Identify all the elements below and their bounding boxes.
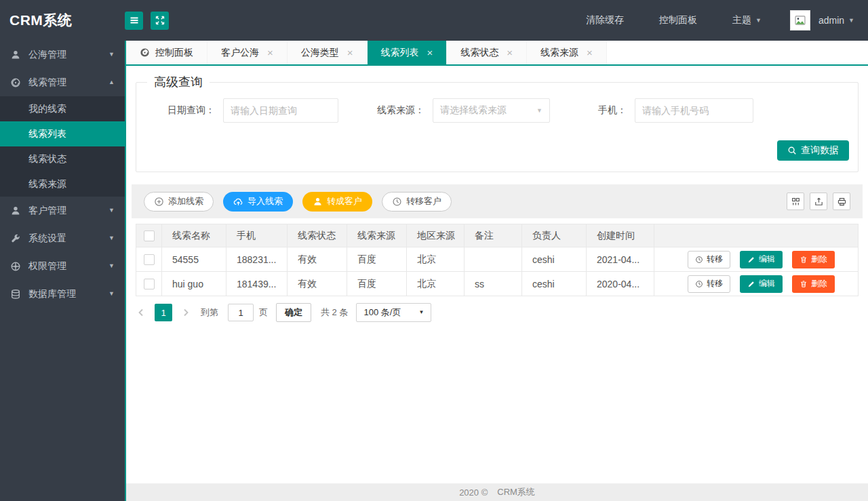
- caret-down-icon: ▼: [108, 263, 115, 269]
- columns-icon: [791, 197, 801, 207]
- row-delete-button[interactable]: 删除: [792, 275, 835, 293]
- fullscreen-button[interactable]: [151, 12, 169, 30]
- leads-table: 线索名称 手机 线索状态 线索来源 地区来源 备注 负责人 创建时间 545: [136, 224, 859, 296]
- prev-page-icon[interactable]: [136, 307, 146, 318]
- caret-up-icon: ▲: [108, 79, 115, 85]
- caret-down-icon: ▼: [536, 108, 542, 114]
- cell-region: 北京: [407, 272, 465, 296]
- select-all-checkbox[interactable]: [144, 231, 155, 241]
- cell-note: ss: [465, 272, 522, 296]
- goto-confirm-button[interactable]: 确定: [276, 303, 311, 322]
- row-delete-button[interactable]: 删除: [792, 251, 835, 268]
- phone-label: 手机：: [598, 104, 627, 117]
- lead-source-select[interactable]: 请选择线索来源 ▼: [433, 98, 550, 123]
- user-menu[interactable]: admin▼: [818, 15, 854, 26]
- row-checkbox[interactable]: [144, 254, 155, 265]
- user-icon: [10, 205, 21, 216]
- tab-lead-source[interactable]: 线索来源 ×: [527, 41, 607, 64]
- close-icon[interactable]: ×: [427, 47, 433, 58]
- row-transfer-button[interactable]: 转移: [688, 251, 730, 268]
- crm-app: CRM系统 清除缓存 控制面板 主题▼ admin▼ 公海管理 ▼ 线索管理 ▲…: [0, 0, 868, 501]
- goto-prefix-label: 到第: [201, 306, 218, 319]
- col-header-phone: 手机: [226, 224, 288, 247]
- tab-customer-pool[interactable]: 客户公海 ×: [208, 41, 288, 64]
- cell-status: 有效: [288, 272, 347, 296]
- sidebar: 公海管理 ▼ 线索管理 ▲ 我的线索 线索列表 线索状态 线索来源 客户管理 ▼…: [0, 41, 126, 501]
- import-leads-button[interactable]: 导入线索: [223, 192, 293, 212]
- row-checkbox[interactable]: [144, 279, 155, 289]
- query-legend: 高级查询: [147, 74, 210, 90]
- sidebar-subitem-lead-source[interactable]: 线索来源: [0, 172, 125, 197]
- clock-icon: [695, 280, 703, 288]
- total-count-label: 共 2 条: [321, 306, 348, 319]
- sidebar-item-gonghai[interactable]: 公海管理 ▼: [0, 41, 125, 68]
- tab-pool-type[interactable]: 公海类型 ×: [288, 41, 368, 64]
- close-icon[interactable]: ×: [347, 47, 353, 58]
- row-edit-button[interactable]: 编辑: [740, 275, 783, 293]
- sidebar-subitem-my-leads[interactable]: 我的线索: [0, 96, 125, 121]
- sidebar-subitem-lead-status[interactable]: 线索状态: [0, 146, 125, 172]
- convert-customer-button[interactable]: 转成客户: [302, 192, 372, 212]
- fullscreen-icon: [155, 15, 165, 26]
- cell-source: 百度: [347, 272, 407, 296]
- export-button[interactable]: [810, 193, 827, 210]
- row-edit-button[interactable]: 编辑: [740, 251, 783, 268]
- sidebar-item-database[interactable]: 数据库管理 ▼: [0, 280, 125, 308]
- next-page-icon[interactable]: [180, 307, 191, 318]
- cell-owner: ceshi: [522, 247, 587, 272]
- tab-control-panel[interactable]: 控制面板: [126, 41, 208, 64]
- control-panel-link[interactable]: 控制面板: [642, 14, 715, 26]
- phone-input[interactable]: [635, 98, 753, 123]
- cell-created: 2020-04...: [587, 272, 654, 296]
- theme-dropdown[interactable]: 主题▼: [715, 14, 779, 26]
- add-lead-button[interactable]: 添加线索: [144, 192, 214, 212]
- tab-lead-list[interactable]: 线索列表 ×: [368, 41, 448, 64]
- sidebar-item-permissions[interactable]: 权限管理 ▼: [0, 252, 125, 280]
- sidebar-item-customer[interactable]: 客户管理 ▼: [0, 197, 125, 224]
- cell-created: 2021-04...: [587, 247, 654, 272]
- clock-icon: [392, 197, 402, 207]
- close-icon[interactable]: ×: [267, 47, 273, 58]
- query-data-button[interactable]: 查询数据: [777, 140, 849, 161]
- cell-status: 有效: [288, 247, 347, 272]
- image-placeholder-icon: [794, 14, 806, 26]
- current-page-button[interactable]: 1: [155, 304, 172, 321]
- caret-down-icon: ▼: [108, 52, 115, 58]
- close-icon[interactable]: ×: [507, 47, 513, 58]
- tab-lead-status[interactable]: 线索状态 ×: [447, 41, 527, 64]
- date-query-input[interactable]: [223, 98, 338, 123]
- hamburger-icon: [129, 15, 140, 26]
- transfer-customer-button[interactable]: 转移客户: [382, 192, 452, 212]
- footer-brand: CRM系统: [497, 486, 535, 498]
- table-row: hui guo 181439... 有效 百度 北京 ss ceshi 2020…: [136, 272, 859, 296]
- close-icon[interactable]: ×: [587, 47, 593, 58]
- caret-down-icon: ▼: [108, 207, 115, 214]
- clear-cache-link[interactable]: 清除缓存: [568, 14, 642, 26]
- sidebar-item-settings[interactable]: 系统设置 ▼: [0, 224, 125, 252]
- table-tool-icons: [781, 193, 850, 210]
- col-header-actions: [654, 224, 859, 247]
- date-query-label: 日期查询：: [167, 104, 215, 117]
- cell-name: hui guo: [162, 272, 226, 296]
- col-header-owner: 负责人: [522, 224, 587, 247]
- lead-source-label: 线索来源：: [377, 104, 425, 117]
- user-icon: [313, 197, 323, 207]
- cell-name: 54555: [162, 247, 226, 272]
- trash-icon: [800, 256, 808, 264]
- filter-columns-button[interactable]: [787, 193, 804, 210]
- collapse-sidebar-button[interactable]: [125, 12, 143, 30]
- cell-owner: ceshi: [522, 272, 587, 296]
- main-area: 控制面板 客户公海 × 公海类型 × 线索列表 × 线索状态 × 线索来源 ×: [126, 41, 868, 501]
- goto-page-input[interactable]: [228, 304, 254, 321]
- plus-circle-icon: [154, 197, 164, 207]
- col-header-name: 线索名称: [162, 224, 226, 247]
- col-header-source: 线索来源: [347, 224, 407, 247]
- row-transfer-button[interactable]: 转移: [688, 275, 730, 293]
- avatar[interactable]: [790, 10, 810, 31]
- page-size-select[interactable]: 100 条/页 ▼: [356, 303, 431, 322]
- print-button[interactable]: [833, 193, 850, 210]
- pagination: 1 到第 页 确定 共 2 条 100 条/页 ▼: [136, 303, 859, 322]
- sidebar-subitem-lead-list[interactable]: 线索列表: [0, 121, 125, 146]
- col-header-status: 线索状态: [288, 224, 347, 247]
- sidebar-item-xiansuo[interactable]: 线索管理 ▲: [0, 68, 125, 96]
